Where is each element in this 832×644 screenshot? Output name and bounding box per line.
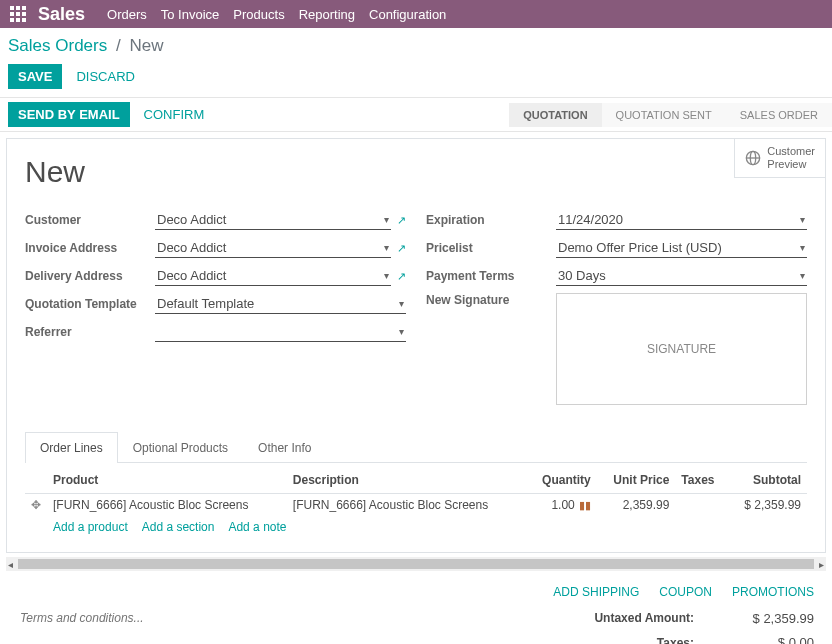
button-box: CustomerPreview bbox=[734, 139, 825, 178]
tab-order-lines[interactable]: Order Lines bbox=[25, 432, 118, 463]
add-product-link[interactable]: Add a product bbox=[53, 520, 128, 534]
step-quotation-sent[interactable]: QUOTATION SENT bbox=[602, 103, 726, 127]
add-shipping-link[interactable]: ADD SHIPPING bbox=[553, 585, 639, 599]
tab-other-info[interactable]: Other Info bbox=[243, 432, 326, 463]
label-delivery-address: Delivery Address bbox=[25, 269, 155, 283]
bar-chart-icon[interactable]: ▮▮ bbox=[579, 499, 591, 511]
discard-button[interactable]: DISCARD bbox=[76, 69, 135, 84]
payment-terms-field[interactable] bbox=[556, 266, 807, 286]
notebook: Order Lines Optional Products Other Info… bbox=[25, 431, 807, 542]
chevron-down-icon[interactable]: ▾ bbox=[384, 242, 389, 253]
label-pricelist: Pricelist bbox=[426, 241, 556, 255]
nav-reporting[interactable]: Reporting bbox=[299, 7, 355, 22]
taxes-label: Taxes: bbox=[657, 636, 694, 645]
col-unit-price[interactable]: Unit Price bbox=[597, 467, 676, 494]
footer-action-links: ADD SHIPPING COUPON PROMOTIONS bbox=[0, 571, 832, 605]
add-note-link[interactable]: Add a note bbox=[228, 520, 286, 534]
expiration-field[interactable] bbox=[556, 210, 807, 230]
label-expiration: Expiration bbox=[426, 213, 556, 227]
referrer-field[interactable] bbox=[155, 322, 406, 342]
customer-preview-button[interactable]: CustomerPreview bbox=[735, 139, 825, 177]
nav-orders[interactable]: Orders bbox=[107, 7, 147, 22]
nav-items: Orders To Invoice Products Reporting Con… bbox=[107, 7, 446, 22]
chevron-down-icon[interactable]: ▾ bbox=[800, 242, 805, 253]
label-quotation-template: Quotation Template bbox=[25, 297, 155, 311]
col-taxes[interactable]: Taxes bbox=[675, 467, 727, 494]
form-sheet: CustomerPreview New Customer ▾ ↗ Invoice… bbox=[6, 138, 826, 553]
globe-icon bbox=[745, 150, 761, 166]
drag-handle-icon[interactable]: ✥ bbox=[31, 498, 41, 512]
nav-configuration[interactable]: Configuration bbox=[369, 7, 446, 22]
status-steps: QUOTATION QUOTATION SENT SALES ORDER bbox=[509, 103, 832, 127]
breadcrumb: Sales Orders / New bbox=[8, 36, 824, 56]
brand-title[interactable]: Sales bbox=[38, 4, 85, 25]
scrollbar-thumb[interactable] bbox=[18, 559, 814, 569]
promotions-link[interactable]: PROMOTIONS bbox=[732, 585, 814, 599]
customer-field[interactable] bbox=[155, 210, 391, 230]
quotation-template-field[interactable] bbox=[155, 294, 406, 314]
cell-quantity[interactable]: 1.00▮▮ bbox=[527, 494, 597, 517]
cell-description[interactable]: [FURN_6666] Acoustic Bloc Screens bbox=[287, 494, 527, 517]
label-payment-terms: Payment Terms bbox=[426, 269, 556, 283]
col-subtotal[interactable]: Subtotal bbox=[728, 467, 807, 494]
step-quotation[interactable]: QUOTATION bbox=[509, 103, 601, 127]
pricelist-field[interactable] bbox=[556, 238, 807, 258]
breadcrumb-current: New bbox=[129, 36, 163, 55]
nav-to-invoice[interactable]: To Invoice bbox=[161, 7, 220, 22]
horizontal-scrollbar[interactable] bbox=[6, 557, 826, 571]
order-lines-table: Product Description Quantity Unit Price … bbox=[25, 467, 807, 516]
untaxed-amount-label: Untaxed Amount: bbox=[594, 611, 694, 625]
cell-subtotal: $ 2,359.99 bbox=[728, 494, 807, 517]
label-new-signature: New Signature bbox=[426, 293, 556, 307]
chevron-down-icon[interactable]: ▾ bbox=[384, 214, 389, 225]
delivery-address-field[interactable] bbox=[155, 266, 391, 286]
col-product[interactable]: Product bbox=[47, 467, 287, 494]
table-row[interactable]: ✥ [FURN_6666] Acoustic Bloc Screens [FUR… bbox=[25, 494, 807, 517]
statusbar: SEND BY EMAIL CONFIRM QUOTATION QUOTATIO… bbox=[0, 97, 832, 132]
external-link-icon[interactable]: ↗ bbox=[397, 214, 406, 227]
label-invoice-address: Invoice Address bbox=[25, 241, 155, 255]
label-customer: Customer bbox=[25, 213, 155, 227]
save-button[interactable]: SAVE bbox=[8, 64, 62, 89]
apps-icon[interactable] bbox=[8, 4, 28, 24]
page-title: New bbox=[25, 155, 807, 189]
cell-unit-price[interactable]: 2,359.99 bbox=[597, 494, 676, 517]
label-referrer: Referrer bbox=[25, 325, 155, 339]
untaxed-amount-value: $ 2,359.99 bbox=[724, 611, 814, 626]
chevron-down-icon[interactable]: ▾ bbox=[399, 326, 404, 337]
taxes-value: $ 0.00 bbox=[724, 635, 814, 644]
top-navbar: Sales Orders To Invoice Products Reporti… bbox=[0, 0, 832, 28]
confirm-button[interactable]: CONFIRM bbox=[144, 107, 205, 122]
terms-input[interactable] bbox=[18, 609, 594, 627]
invoice-address-field[interactable] bbox=[155, 238, 391, 258]
chevron-down-icon[interactable]: ▾ bbox=[800, 214, 805, 225]
col-description[interactable]: Description bbox=[287, 467, 527, 494]
coupon-link[interactable]: COUPON bbox=[659, 585, 712, 599]
external-link-icon[interactable]: ↗ bbox=[397, 242, 406, 255]
send-by-email-button[interactable]: SEND BY EMAIL bbox=[8, 102, 130, 127]
cell-taxes[interactable] bbox=[675, 494, 727, 517]
chevron-down-icon[interactable]: ▾ bbox=[399, 298, 404, 309]
signature-box[interactable]: SIGNATURE bbox=[556, 293, 807, 405]
chevron-down-icon[interactable]: ▾ bbox=[800, 270, 805, 281]
col-quantity[interactable]: Quantity bbox=[527, 467, 597, 494]
breadcrumb-root[interactable]: Sales Orders bbox=[8, 36, 107, 55]
add-section-link[interactable]: Add a section bbox=[142, 520, 215, 534]
cell-product[interactable]: [FURN_6666] Acoustic Bloc Screens bbox=[47, 494, 287, 517]
external-link-icon[interactable]: ↗ bbox=[397, 270, 406, 283]
chevron-down-icon[interactable]: ▾ bbox=[384, 270, 389, 281]
nav-products[interactable]: Products bbox=[233, 7, 284, 22]
tab-optional-products[interactable]: Optional Products bbox=[118, 432, 243, 463]
step-sales-order[interactable]: SALES ORDER bbox=[726, 103, 832, 127]
line-add-links: Add a product Add a section Add a note bbox=[25, 516, 807, 542]
